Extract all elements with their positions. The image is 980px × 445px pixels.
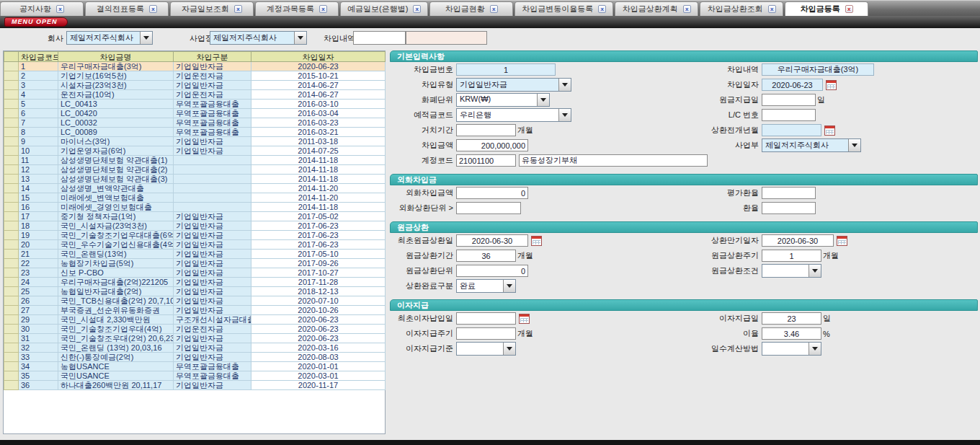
cell-code[interactable]: 35 <box>19 371 58 381</box>
chevron-down-icon[interactable] <box>503 343 515 355</box>
cell-date[interactable]: 2017-06-23 <box>251 240 386 250</box>
cell-name[interactable]: 시설자금(23억3천) <box>58 81 174 90</box>
cell-name[interactable]: 부국증권_선순위유동화증권 <box>58 306 174 315</box>
interest-day-field[interactable] <box>762 312 821 325</box>
cell-name[interactable]: 국민_우수기술기업신용대출(4억) <box>58 240 174 250</box>
row-indicator[interactable] <box>4 221 19 231</box>
cell-date[interactable]: 2014-11-20 <box>251 184 386 193</box>
cell-type[interactable]: 기업일반자금 <box>174 212 251 221</box>
cell-date[interactable]: 2017-10-27 <box>251 268 386 278</box>
row-indicator[interactable] <box>4 362 19 371</box>
tab-2[interactable]: 결의전표등록x <box>85 1 169 16</box>
cell-type[interactable] <box>174 193 251 203</box>
cell-type[interactable]: 기업일반자금 <box>174 278 251 287</box>
cell-type[interactable]: 무역포괄금융대출 <box>174 128 251 137</box>
table-row[interactable]: 6LC_00420무역포괄금융대출2016-03-04 <box>4 109 386 118</box>
tab-3[interactable]: 자금일보조회x <box>170 1 254 16</box>
row-indicator[interactable] <box>4 306 19 315</box>
row-indicator[interactable] <box>4 90 19 100</box>
cell-type[interactable]: 기업일반자금 <box>174 137 251 146</box>
cell-date[interactable]: 2020-10-26 <box>251 306 386 315</box>
row-indicator[interactable] <box>4 278 19 287</box>
cell-name[interactable]: LC_00413 <box>58 100 174 109</box>
cell-name[interactable]: 신한(-)통장예금(2억) <box>58 353 174 362</box>
row-indicator[interactable] <box>4 165 19 175</box>
col-header-loan-code[interactable]: 차입금코드 <box>19 52 58 62</box>
fx-amount-field[interactable] <box>456 187 528 199</box>
cell-code[interactable]: 30 <box>19 325 58 334</box>
row-indicator[interactable] <box>4 240 19 250</box>
cell-code[interactable]: 26 <box>19 296 58 306</box>
tab-7[interactable]: 차입금변동이율등록x <box>514 1 613 16</box>
cell-name[interactable]: 농협일반자금대출(2억) <box>58 287 174 296</box>
cell-name[interactable]: 미래에셋_변액보험대출 <box>58 193 174 203</box>
table-row[interactable]: 13삼성생명단체보험 약관대출(3)2014-11-18 <box>4 175 386 184</box>
table-row[interactable]: 35국민USANCE무역포괄금융대출2020-03-01 <box>4 371 386 381</box>
cell-name[interactable]: 중기청 정책자금(1억) <box>58 212 174 221</box>
cell-code[interactable]: 7 <box>19 118 58 128</box>
table-row[interactable]: 26국민_TCB신용대출(2억) 20,7,10기업일반자금2020-07-10 <box>4 296 386 306</box>
cell-type[interactable] <box>174 156 251 165</box>
division-select[interactable]: 제일저지주식회사 <box>762 138 861 152</box>
fx-repay-unit-field[interactable] <box>456 202 521 214</box>
row-indicator[interactable] <box>4 62 19 71</box>
tab-4[interactable]: 계정과목등록x <box>255 1 339 16</box>
cell-date[interactable]: 2016-03-10 <box>251 100 386 109</box>
cell-name[interactable]: 국민_시설대 2,330백만원 <box>58 315 174 325</box>
table-row[interactable]: 20국민_우수기술기업신용대출(4억)기업일반자금2017-06-23 <box>4 240 386 250</box>
cell-date[interactable]: 2020-06-23 <box>251 325 386 334</box>
interest-rate-field[interactable] <box>762 327 821 340</box>
cell-name[interactable]: 농협USANCE <box>58 362 174 371</box>
company-select[interactable]: 제일저지주식회사 <box>66 31 153 45</box>
cell-name[interactable]: 신보 P-CBO <box>58 268 174 278</box>
principal-unit-field[interactable] <box>456 265 528 277</box>
table-row[interactable]: 16미래에셋_경영인보험대출2014-11-18 <box>4 203 386 212</box>
row-indicator[interactable] <box>4 184 19 193</box>
cell-code[interactable]: 32 <box>19 343 58 353</box>
cell-date[interactable]: 2014-11-18 <box>251 175 386 184</box>
row-indicator[interactable] <box>4 381 19 390</box>
cell-date[interactable]: 2014-11-18 <box>251 156 386 165</box>
cell-code[interactable]: 27 <box>19 306 58 315</box>
cell-code[interactable]: 6 <box>19 109 58 118</box>
cell-type[interactable] <box>174 203 251 212</box>
cell-name[interactable]: 국민_기술창조기업우대대출(6억) <box>58 231 174 240</box>
cell-name[interactable]: 하나대출260백만원 20,11,17 <box>58 381 174 390</box>
account-name-field[interactable] <box>519 154 708 167</box>
cell-date[interactable]: 2020-06-23 <box>251 334 386 343</box>
cell-code[interactable]: 17 <box>19 212 58 221</box>
cell-code[interactable]: 1 <box>19 62 58 71</box>
principal-cycle-field[interactable] <box>762 250 821 262</box>
maturity-date-field[interactable] <box>762 234 834 247</box>
cell-date[interactable]: 2014-11-18 <box>251 165 386 175</box>
chevron-down-icon[interactable] <box>808 343 821 355</box>
cell-date[interactable]: 2017-09-26 <box>251 259 386 268</box>
table-row[interactable]: 30국민_기술창조기업우대(4억)기업운전자금2020-06-23 <box>4 325 386 334</box>
cell-name[interactable]: 농협장기차입금(5억) <box>58 259 174 268</box>
principal-period-field[interactable] <box>456 250 516 262</box>
cell-code[interactable]: 14 <box>19 184 58 193</box>
cell-code[interactable]: 19 <box>19 231 58 240</box>
table-row[interactable]: 29국민_시설대 2,330백만원구조개선시설자금대출2020-06-23 <box>4 315 386 325</box>
cell-code[interactable]: 18 <box>19 221 58 231</box>
table-row[interactable]: 33신한(-)통장예금(2억)기업일반자금2020-08-03 <box>4 353 386 362</box>
cell-type[interactable]: 무역포괄금융대출 <box>174 109 251 118</box>
cell-name[interactable]: 운전자금(10억) <box>58 90 174 100</box>
table-row[interactable]: 18국민_시설자금(23억3천)기업일반자금2017-06-23 <box>4 221 386 231</box>
cell-date[interactable]: 2011-03-18 <box>251 137 386 146</box>
close-icon[interactable]: x <box>319 5 327 13</box>
cell-type[interactable]: 무역포괄금융대출 <box>174 371 251 381</box>
row-indicator[interactable] <box>4 231 19 240</box>
cell-name[interactable]: 국민_TCB신용대출(2억) 20,7,10 <box>58 296 174 306</box>
table-row[interactable]: 9마이너스(3억)기업일반자금2011-03-18 <box>4 137 386 146</box>
row-indicator[interactable] <box>4 353 19 362</box>
table-row[interactable]: 8LC_00089무역포괄금융대출2016-03-21 <box>4 128 386 137</box>
cell-date[interactable]: 2014-06-27 <box>251 90 386 100</box>
chevron-down-icon[interactable] <box>537 94 549 106</box>
cell-code[interactable]: 16 <box>19 203 58 212</box>
cell-name[interactable]: 삼성생명단체보험 약관대출(2) <box>58 165 174 175</box>
calendar-icon[interactable] <box>826 80 837 90</box>
repay-complete-select[interactable]: 완료 <box>456 279 516 293</box>
cell-date[interactable]: 2014-11-18 <box>251 203 386 212</box>
cell-code[interactable]: 10 <box>19 146 58 156</box>
